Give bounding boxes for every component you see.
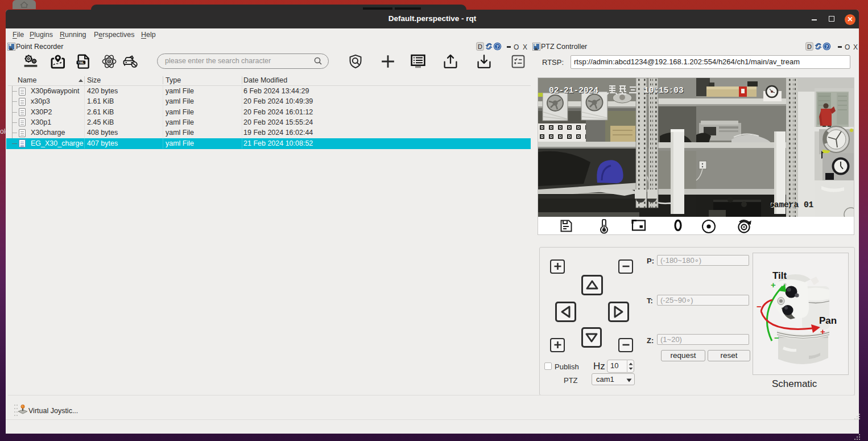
- svg-text:02-21-2024: 02-21-2024: [549, 86, 598, 95]
- svg-text:Camera 01: Camera 01: [769, 200, 814, 209]
- svg-text:?: ?: [496, 44, 499, 50]
- svg-text:−: −: [774, 333, 779, 343]
- svg-text:+: +: [820, 327, 825, 336]
- svg-text:10:15:03: 10:15:03: [644, 86, 684, 95]
- svg-text:+: +: [771, 280, 776, 290]
- svg-text:−: −: [757, 302, 762, 311]
- svg-text:YML: YML: [78, 61, 85, 64]
- svg-text:Tilt: Tilt: [772, 270, 787, 281]
- svg-text:?: ?: [825, 44, 828, 50]
- svg-text:Pan: Pan: [819, 315, 837, 326]
